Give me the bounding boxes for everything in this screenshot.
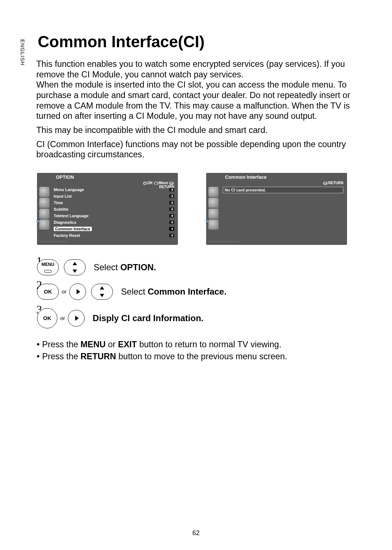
arrow-right-icon	[169, 214, 174, 218]
setup-category-icon	[39, 209, 49, 219]
or-label: or	[60, 315, 65, 321]
page-title: Common Interface(CI)	[38, 33, 363, 51]
arrow-right-icon	[169, 194, 174, 198]
arrow-right-icon	[169, 234, 174, 237]
footer-note-2: • Press the RETURN button to move to the…	[36, 351, 363, 362]
audio-category-icon	[208, 198, 219, 208]
page-number: 62	[0, 529, 392, 537]
paragraph-1: This function enables you to watch some …	[36, 59, 363, 80]
osd-common-interface: Common Interface ↶RETURN ▶ No CI card pr…	[206, 173, 347, 245]
osd-item-subtitle[interactable]: Subtitle	[54, 206, 174, 212]
right-nav-button[interactable]	[68, 310, 85, 327]
option-category-icon	[39, 219, 49, 230]
footer-note-1: • Press the MENU or EXIT button to retur…	[36, 339, 363, 350]
arrow-right-icon	[169, 188, 174, 191]
option-category-icon	[208, 219, 219, 230]
osd-title: Common Interface	[225, 174, 266, 180]
step-2: 2 OK or Select Common Interface.	[37, 283, 363, 300]
step-1: 1 MENU Select OPTION.	[37, 259, 363, 275]
arrow-right-icon	[169, 221, 174, 224]
down-arrow-icon	[100, 294, 104, 297]
return-icon: ↶	[323, 182, 328, 185]
paragraph-4: CI (Common Interface) functions may not …	[36, 139, 363, 160]
ok-button[interactable]: OK	[37, 284, 59, 300]
osd-title: OPTION	[56, 174, 74, 180]
osd-item-input-list[interactable]: Input List	[54, 193, 174, 199]
audio-category-icon	[39, 198, 49, 208]
osd-item-teletext-language[interactable]: Teletext Language	[54, 213, 174, 219]
right-arrow-icon	[77, 289, 80, 294]
ok-icon: ●	[143, 182, 147, 185]
menu-button[interactable]: MENU	[37, 259, 59, 275]
picture-category-icon	[208, 187, 219, 197]
up-arrow-icon	[100, 286, 104, 290]
ok-button[interactable]: OK	[37, 308, 57, 328]
return-icon: ↶	[169, 182, 174, 185]
setup-category-icon	[208, 209, 219, 219]
intro-text: This function enables you to watch some …	[36, 59, 363, 160]
move-icon: ◐	[154, 182, 159, 185]
step-2-text: Select Common Interface.	[121, 287, 226, 297]
osd-item-factory-reset[interactable]: Factory Reset	[54, 232, 174, 238]
picture-category-icon	[39, 187, 49, 197]
language-tab: ENGLISH	[20, 39, 26, 66]
osd-category-icons: ▶	[208, 187, 220, 242]
up-arrow-icon	[73, 262, 77, 265]
step-3: 3 OK or Disply CI card Information.	[37, 308, 363, 328]
paragraph-3: This may be incompatible with the CI mod…	[36, 125, 363, 136]
ci-status-message: No CI card presented.	[223, 187, 343, 193]
paragraph-2: When the module is inserted into the CI …	[36, 80, 363, 121]
up-down-nav-button[interactable]	[91, 284, 113, 300]
osd-item-diagnostics[interactable]: Diagnostics	[54, 219, 174, 225]
osd-item-common-interface[interactable]: Common Interface	[54, 226, 174, 232]
up-down-nav-button[interactable]	[64, 259, 86, 275]
osd-hint-return: ↶RETURN	[323, 181, 343, 185]
step-1-text: Select OPTION.	[94, 262, 156, 272]
arrow-right-icon	[169, 207, 174, 211]
category-selected-arrow-icon: ▶	[36, 219, 39, 223]
category-selected-arrow-icon: ▶	[205, 219, 208, 223]
right-arrow-icon	[75, 316, 79, 321]
or-label: or	[62, 288, 66, 295]
arrow-right-icon	[169, 201, 174, 205]
osd-item-time[interactable]: Time	[54, 200, 174, 206]
arrow-right-icon	[169, 227, 174, 231]
step-3-text: Disply CI card Information.	[93, 313, 203, 323]
osd-option-list: Menu Language Input List Time Subtitle T…	[54, 187, 174, 238]
down-arrow-icon	[73, 270, 77, 273]
footer-notes: • Press the MENU or EXIT button to retur…	[36, 339, 363, 362]
osd-item-menu-language[interactable]: Menu Language	[54, 187, 174, 193]
osd-category-icons: ▶	[39, 187, 51, 242]
osd-option-menu: OPTION ●OK ◐Move ↶RETURN ▶ Menu Language…	[37, 173, 178, 245]
right-nav-button[interactable]	[69, 283, 86, 300]
